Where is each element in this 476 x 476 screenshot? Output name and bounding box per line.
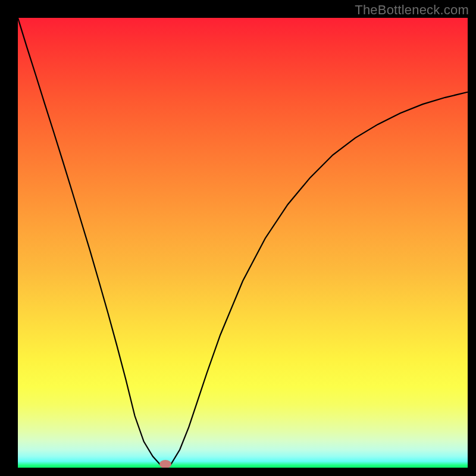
plot-area xyxy=(18,18,468,468)
bottleneck-curve xyxy=(18,18,468,468)
chart-frame: TheBottleneck.com xyxy=(0,0,476,476)
optimum-marker xyxy=(159,460,171,468)
curve-path xyxy=(18,18,468,468)
watermark-text: TheBottleneck.com xyxy=(355,2,469,18)
